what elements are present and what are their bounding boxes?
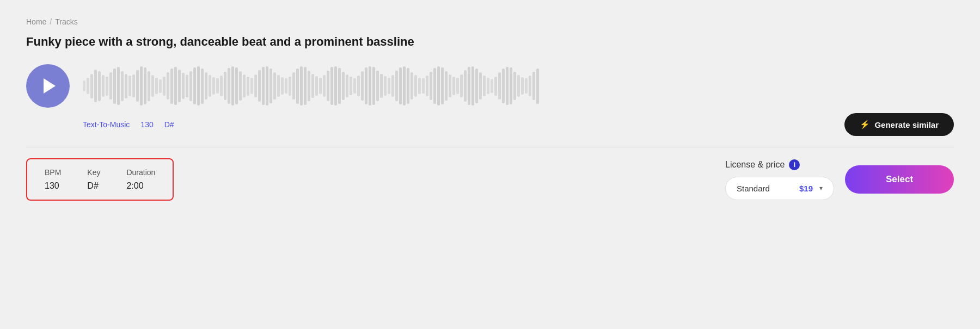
bpm-col: BPM 130 bbox=[45, 168, 61, 191]
license-label-row: License & price i Standard $19 ▾ bbox=[725, 159, 834, 200]
player-section bbox=[26, 64, 954, 108]
lightning-icon: ⚡ bbox=[860, 120, 870, 129]
breadcrumb: Home / Tracks bbox=[26, 17, 954, 26]
waveform[interactable] bbox=[83, 64, 954, 108]
license-type: Standard bbox=[737, 184, 770, 193]
metadata-tags: Text-To-Music 130 D# bbox=[83, 120, 174, 129]
key-label: Key bbox=[87, 168, 100, 177]
chevron-down-icon: ▾ bbox=[819, 184, 823, 192]
play-icon bbox=[44, 78, 56, 94]
duration-col: Duration 2:00 bbox=[126, 168, 155, 191]
generate-label: Generate similar bbox=[874, 120, 939, 129]
bpm-label: BPM bbox=[45, 168, 61, 177]
track-title: Funky piece with a strong, danceable bea… bbox=[26, 35, 954, 49]
divider bbox=[26, 147, 954, 147]
tag-key: D# bbox=[164, 120, 174, 129]
page-container: Home / Tracks Funky piece with a strong,… bbox=[0, 0, 980, 329]
info-badge[interactable]: i bbox=[789, 159, 800, 170]
bottom-section: BPM 130 Key D# Duration 2:00 License & p… bbox=[26, 158, 954, 201]
generate-similar-button[interactable]: ⚡ Generate similar bbox=[844, 113, 954, 136]
breadcrumb-separator: / bbox=[50, 17, 52, 26]
key-value: D# bbox=[87, 181, 100, 191]
license-dropdown[interactable]: Standard $19 ▾ bbox=[725, 177, 834, 200]
bpm-value: 130 bbox=[45, 181, 61, 191]
license-label: License & price i bbox=[725, 159, 834, 170]
select-button[interactable]: Select bbox=[845, 165, 954, 194]
license-section: License & price i Standard $19 ▾ Select bbox=[725, 159, 954, 200]
metadata-row: Text-To-Music 130 D# ⚡ Generate similar bbox=[26, 113, 954, 136]
tag-text-to-music[interactable]: Text-To-Music bbox=[83, 120, 130, 129]
breadcrumb-home[interactable]: Home bbox=[26, 17, 46, 26]
tag-bpm: 130 bbox=[140, 120, 153, 129]
duration-value: 2:00 bbox=[126, 181, 155, 191]
duration-label: Duration bbox=[126, 168, 155, 177]
license-dropdown-right: $19 ▾ bbox=[799, 184, 823, 193]
play-button[interactable] bbox=[26, 64, 70, 108]
breadcrumb-tracks[interactable]: Tracks bbox=[55, 17, 77, 26]
license-text: License & price bbox=[725, 160, 785, 170]
key-col: Key D# bbox=[87, 168, 100, 191]
license-price: $19 bbox=[799, 184, 813, 193]
track-info-box: BPM 130 Key D# Duration 2:00 bbox=[26, 158, 174, 201]
